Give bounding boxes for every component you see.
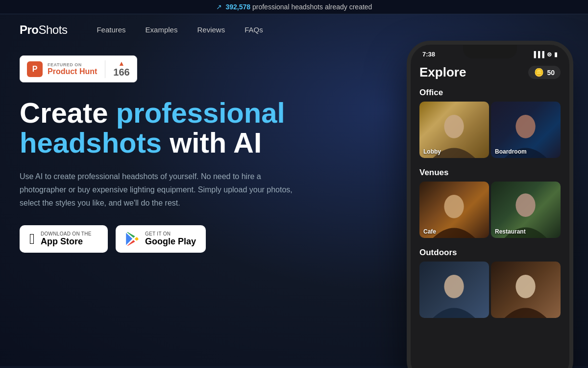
google-play-icon [125, 232, 139, 246]
app-store-main: App Store [41, 237, 92, 247]
google-play-button[interactable]: GET IT ON Google Play [116, 225, 206, 253]
app-store-button[interactable]:  Download on the App Store [20, 225, 108, 253]
google-play-sub: GET IT ON [145, 231, 196, 237]
ph-up-arrow-icon: ▲ [118, 60, 125, 67]
hero-heading-professional: professional [116, 97, 285, 129]
headshot-count: 392,578 [226, 3, 251, 11]
hero-heading-with-ai: with AI [162, 127, 262, 158]
google-play-main: Google Play [145, 237, 196, 247]
nav-features[interactable]: Features [97, 26, 125, 34]
product-hunt-badge[interactable]: P FEATURED ON Product Hunt ▲ 166 [20, 55, 137, 82]
nav-faqs[interactable]: FAQs [245, 26, 263, 34]
google-play-text: GET IT ON Google Play [145, 231, 196, 247]
hero-section: P FEATURED ON Product Hunt ▲ 166 Create … [0, 46, 588, 366]
logo[interactable]: ProShots [20, 23, 67, 37]
navigation: ProShots Features Examples Reviews FAQs [0, 14, 588, 46]
hero-heading-headshots: headshots [20, 127, 162, 158]
trend-icon: ↗ [216, 3, 222, 11]
ph-name: Product Hunt [48, 67, 97, 76]
app-store-text: Download on the App Store [41, 231, 92, 247]
main-content: P FEATURED ON Product Hunt ▲ 166 Create … [0, 46, 588, 366]
hero-heading: Create professional headshots with AI [20, 98, 568, 158]
ph-featured-label: FEATURED ON [48, 62, 97, 67]
hero-description: Use AI to create professional headshots … [20, 170, 304, 210]
product-hunt-logo: P [27, 61, 43, 77]
ph-divider [105, 60, 105, 78]
phone-notch [463, 45, 517, 58]
app-buttons:  Download on the App Store GET IT ON [20, 225, 568, 253]
apple-icon:  [29, 232, 35, 246]
top-banner: ↗ 392,578 professional headshots already… [0, 0, 588, 14]
nav-examples[interactable]: Examples [146, 26, 178, 34]
ph-vote-count: 166 [113, 67, 129, 78]
ph-count-area: ▲ 166 [113, 60, 129, 78]
hero-heading-create: Create [20, 97, 116, 129]
app-store-sub: Download on the [41, 231, 92, 237]
nav-reviews[interactable]: Reviews [197, 26, 225, 34]
banner-text: professional headshots already created [252, 3, 372, 11]
nav-links: Features Examples Reviews FAQs [97, 26, 263, 34]
product-hunt-text: FEATURED ON Product Hunt [48, 62, 97, 76]
